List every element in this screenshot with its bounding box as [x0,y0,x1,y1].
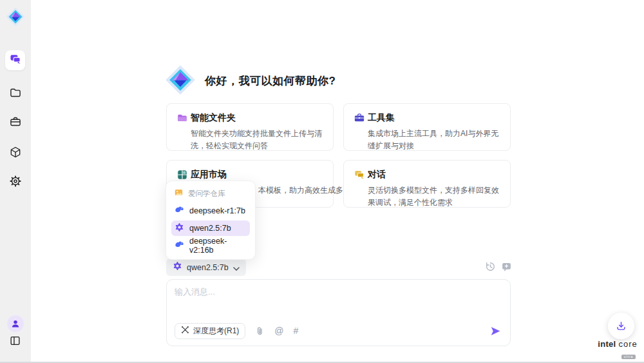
page-title: 你好，我可以如何帮助你? [205,74,336,88]
app-window: 你好，我可以如何帮助你? 智能文件夹 智能文件夹功能支持批量文件上传与清洗，轻松… [0,0,644,363]
briefcase-icon [9,115,22,131]
deepseek-icon [175,205,184,217]
mention-button[interactable]: @ [274,326,283,336]
message-composer: 深度思考(R1) @ # [166,279,511,346]
sidebar-item-models[interactable] [5,143,25,163]
card-smart-folder[interactable]: 智能文件夹 智能文件夹功能支持批量文件上传与清洗，轻松实现文件问答 [166,103,334,151]
sidebar-item-chat[interactable] [5,50,25,70]
panel-layout-icon [9,335,21,349]
gear-icon [9,175,22,190]
card-description: 集成市场上主流工具，助力AI与外界无缝扩展与对接 [368,128,503,152]
repository-icon [175,188,183,199]
app-logo-icon [6,7,25,26]
card-title: 对话 [368,169,386,181]
model-dropdown-header: 爱问学仓库 [171,186,250,201]
model-option-deepseek-v2[interactable]: deepseek-v2:16b [171,238,250,253]
model-option-deepseek-r1[interactable]: deepseek-r1:7b [171,203,250,219]
sidebar-item-toolbox[interactable] [5,113,25,133]
sidebar [0,0,31,362]
card-description: 灵活切换多模型文件，支持多样回复效果调试，满足个性化需求 [368,184,503,209]
model-option-label: qwen2.5:7b [189,224,231,233]
composer-toolbar: 深度思考(R1) @ # [175,322,501,339]
chevron-down-icon [233,262,240,273]
message-input[interactable] [175,286,502,317]
card-title: 智能文件夹 [191,112,236,124]
send-button[interactable] [490,326,501,337]
model-dropdown-header-label: 爱问学仓库 [188,189,225,199]
dialog-icon [354,169,365,181]
sidebar-item-folders[interactable] [5,84,25,104]
deep-think-icon [181,325,189,337]
deep-think-toggle[interactable]: 深度思考(R1) [175,323,245,339]
smart-folder-icon [176,112,188,124]
model-selector-label: qwen2.5:7b [187,263,229,272]
sidebar-item-profile[interactable] [5,313,25,333]
history-button[interactable] [485,261,496,272]
chat-icon [9,53,22,68]
toolset-icon [354,112,365,124]
model-option-label: deepseek-r1:7b [189,206,245,215]
folder-icon [9,86,22,102]
intel-core-logo: intel core ultra [598,339,638,360]
attach-file-button[interactable] [255,326,265,336]
card-title: 工具集 [368,112,395,124]
greeting-logo-icon [165,64,196,95]
intel-badge: ultra [621,355,636,359]
qwen-icon [173,261,182,273]
sidebar-item-settings[interactable] [5,172,25,192]
card-description: 智能文件夹功能支持批量文件上传与清洗，轻松实现文件问答 [191,128,326,152]
sidebar-collapse-button[interactable] [5,332,25,352]
deep-think-label: 深度思考(R1) [193,326,239,337]
card-toolset[interactable]: 工具集 集成市场上主流工具，助力AI与外界无缝扩展与对接 [343,103,511,151]
core-wordmark: core [618,339,637,349]
download-button[interactable] [608,313,634,339]
model-option-label: deepseek-v2:16b [189,237,247,255]
card-title: 应用市场 [191,169,227,181]
intel-wordmark: intel [598,339,616,349]
avatar [7,315,24,332]
model-dropdown: 爱问学仓库 deepseek-r1:7b qwen2.5:7b [166,181,256,260]
app-market-icon [176,169,188,181]
model-selector[interactable]: qwen2.5:7b [166,259,246,276]
chat-actions [485,261,512,272]
new-chat-button[interactable] [501,261,512,272]
prompt-tag-button[interactable]: # [294,326,299,336]
qwen-icon [175,222,184,235]
model-option-qwen[interactable]: qwen2.5:7b [171,221,250,236]
cube-icon [9,146,22,161]
card-dialog[interactable]: 对话 灵活切换多模型文件，支持多样回复效果调试，满足个性化需求 [343,160,511,208]
deepseek-icon [175,240,184,252]
